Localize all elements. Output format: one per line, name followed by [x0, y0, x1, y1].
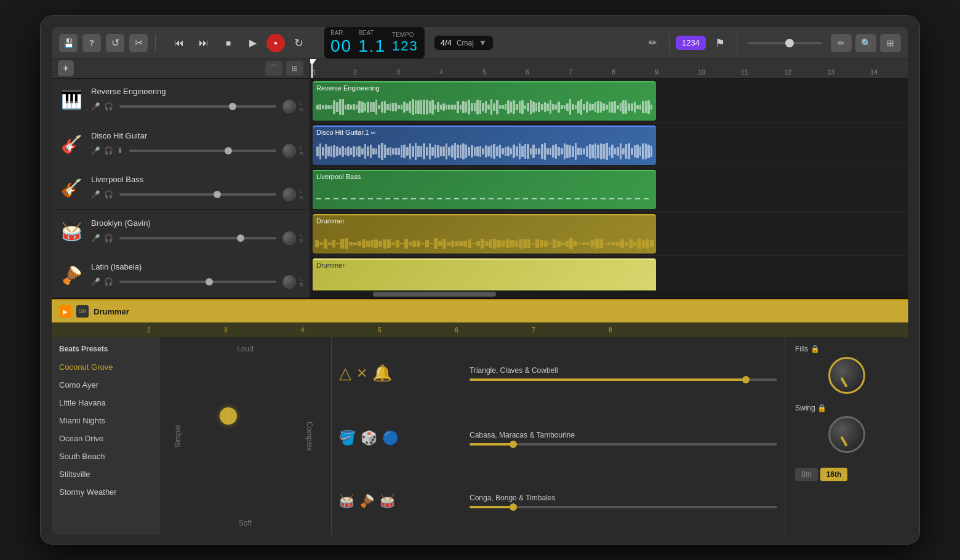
- claves-icon: ✕: [356, 366, 367, 382]
- perc-row-cabasa: 🪣 🎲 🔵 Cabasa, Maracas & Tambourine: [339, 430, 777, 446]
- preset-coconut-grove[interactable]: Coconut Grove: [52, 358, 159, 376]
- track-lane-reverse[interactable]: Reverse Engineering: [310, 79, 908, 123]
- performance-dot[interactable]: [220, 407, 237, 425]
- volume-slider-reverse[interactable]: [119, 105, 276, 108]
- perc-slider-fill-conga: [470, 506, 516, 508]
- preset-como-ayer[interactable]: Como Ayer: [52, 376, 159, 394]
- track-lane-brooklyn[interactable]: Drummer: [310, 212, 908, 256]
- mute-button-latin[interactable]: 🎤: [91, 278, 100, 286]
- bar-value: 00: [330, 36, 352, 56]
- ruler-mark-5: 5: [482, 68, 486, 76]
- headphone-button-latin[interactable]: 🎧: [104, 278, 113, 286]
- track-lane-disco[interactable]: Disco Hit Guitar.1 ∞: [310, 123, 908, 167]
- fills-knob-container: [795, 357, 898, 394]
- ruler-mark-10: 10: [698, 68, 705, 76]
- add-track-button[interactable]: +: [58, 60, 74, 76]
- pan-knob-liverpool[interactable]: [282, 188, 296, 201]
- headphone-button-brooklyn[interactable]: 🎧: [104, 234, 113, 242]
- pan-knob-brooklyn[interactable]: [282, 231, 296, 245]
- region-latin[interactable]: Drummer: [313, 258, 656, 290]
- stop-button[interactable]: ■: [217, 34, 239, 52]
- region-disco[interactable]: Disco Hit Guitar.1 ∞: [313, 126, 656, 165]
- undo-button[interactable]: ↺: [106, 34, 124, 52]
- track-item[interactable]: 🎸 Liverpool Bass 🎤 🎧 LR: [52, 166, 310, 210]
- preset-miami-nights[interactable]: Miami Nights: [52, 412, 159, 430]
- save-button[interactable]: 💾: [59, 34, 78, 52]
- cut-button[interactable]: ✂: [129, 34, 148, 52]
- headphone-button-disco[interactable]: 🎧: [104, 146, 113, 155]
- track-name-disco: Disco Hit Guitar: [91, 131, 303, 140]
- volume-slider-track[interactable]: [748, 42, 822, 44]
- preset-little-havana[interactable]: Little Havana: [52, 394, 159, 412]
- swing-knob[interactable]: [828, 416, 865, 453]
- region-brooklyn[interactable]: Drummer: [313, 214, 656, 254]
- search-button[interactable]: 🔍: [855, 34, 876, 52]
- volume-slider-disco[interactable]: [129, 150, 276, 152]
- volume-slider-thumb[interactable]: [785, 39, 794, 47]
- headphone-button-reverse[interactable]: 🎧: [104, 102, 113, 111]
- drummer-editor-header: ▶ DR Drummer: [52, 300, 908, 322]
- snap-button[interactable]: ⌒: [265, 61, 282, 76]
- region-liverpool[interactable]: Liverpool Bass: [313, 170, 656, 209]
- metronome-button[interactable]: ⚑: [710, 34, 730, 52]
- sixteenth-note-button[interactable]: 16th: [820, 468, 848, 481]
- mute-button-disco[interactable]: 🎤: [91, 146, 100, 155]
- settings-button[interactable]: ⊞: [880, 34, 901, 52]
- track-item[interactable]: 🪘 Latin (Isabela) 🎤 🎧 LR: [52, 254, 310, 298]
- time-signature-display[interactable]: 4/4 Cmaj ▼: [434, 36, 493, 50]
- mute-button-brooklyn[interactable]: 🎤: [91, 234, 100, 242]
- perc-icons-conga: 🥁 🪘 🥁: [339, 494, 462, 508]
- count-in-button[interactable]: 1234: [676, 36, 706, 50]
- rewind-button[interactable]: ⏮: [168, 34, 190, 52]
- bongo-icon: 🪘: [359, 494, 375, 508]
- pencil-button[interactable]: ✏: [642, 34, 663, 52]
- preset-stormy-weather[interactable]: Stormy Weather: [52, 483, 159, 501]
- volume-thumb-brooklyn: [237, 234, 244, 242]
- headphone-button-liverpool[interactable]: 🎧: [104, 190, 113, 199]
- perc-slider-triangle[interactable]: [470, 378, 777, 381]
- pan-knob-reverse[interactable]: [282, 100, 296, 113]
- track-lane-liverpool[interactable]: Liverpool Bass: [310, 167, 908, 212]
- fills-knob[interactable]: [828, 357, 865, 394]
- track-lane-latin[interactable]: Drummer: [310, 256, 908, 290]
- record-button[interactable]: ●: [266, 34, 285, 52]
- horizontal-scrollbar[interactable]: [310, 290, 908, 298]
- pad-label-soft: Soft: [239, 519, 252, 527]
- preset-stiltsville[interactable]: Stiltsville: [52, 465, 159, 483]
- bar-display: BAR 00: [330, 30, 352, 56]
- tracks-content[interactable]: Reverse Engineering Disco Hit Guitar.1 ∞: [310, 79, 908, 290]
- play-button[interactable]: ▶: [242, 34, 264, 52]
- preset-south-beach[interactable]: South Beach: [52, 447, 159, 465]
- track-item[interactable]: 🎹 Reverse Engineering 🎤 🎧 LR: [52, 79, 310, 122]
- help-button[interactable]: ?: [82, 34, 101, 52]
- loop-button[interactable]: ↻: [287, 34, 310, 52]
- pan-knob-latin[interactable]: [282, 275, 296, 289]
- mute-button-liverpool[interactable]: 🎤: [91, 190, 100, 199]
- fast-forward-button[interactable]: ⏭: [193, 34, 215, 52]
- perc-row-conga: 🥁 🪘 🥁 Conga, Bongo & Timbales: [339, 494, 777, 508]
- share-button[interactable]: ✏: [831, 34, 852, 52]
- track-item[interactable]: 🎸 Disco Hit Guitar 🎤 🎧 ⬇: [52, 122, 310, 166]
- perc-slider-cabasa[interactable]: [470, 443, 777, 446]
- track-info-disco: Disco Hit Guitar 🎤 🎧 ⬇ LR: [91, 131, 303, 158]
- volume-slider-brooklyn[interactable]: [119, 237, 276, 239]
- perc-slider-thumb-conga: [510, 503, 517, 511]
- pan-knob-disco[interactable]: [282, 144, 296, 158]
- track-item[interactable]: 🥁 Brooklyn (Gavin) 🎤 🎧 LR: [52, 210, 310, 254]
- region-reverse[interactable]: Reverse Engineering: [313, 81, 656, 121]
- perc-slider-conga[interactable]: [470, 506, 777, 508]
- scrollbar-thumb[interactable]: [373, 292, 496, 297]
- track-info-brooklyn: Brooklyn (Gavin) 🎤 🎧 LR: [91, 218, 303, 245]
- mute-button-reverse[interactable]: 🎤: [91, 102, 100, 111]
- performance-pad[interactable]: Loud Soft Simple Complex: [159, 337, 332, 535]
- volume-slider-latin[interactable]: [119, 281, 276, 283]
- eighth-note-button[interactable]: 8th: [795, 468, 818, 481]
- track-name-brooklyn: Brooklyn (Gavin): [91, 218, 303, 228]
- timeline-area: 1 2 3 4 5 6 7 8 9 10 11 12 13 14: [310, 59, 908, 298]
- volume-thumb-reverse: [229, 103, 236, 110]
- preset-ocean-drive[interactable]: Ocean Drive: [52, 430, 159, 447]
- grid-button[interactable]: ⊞: [286, 61, 303, 76]
- extra-button-disco[interactable]: ⬇: [117, 146, 123, 155]
- volume-slider-liverpool[interactable]: [119, 193, 276, 196]
- laptop-frame: 💾 ? ↺ ✂ ⏮ ⏭ ■ ▶ ● ↻ BAR 00: [40, 15, 920, 545]
